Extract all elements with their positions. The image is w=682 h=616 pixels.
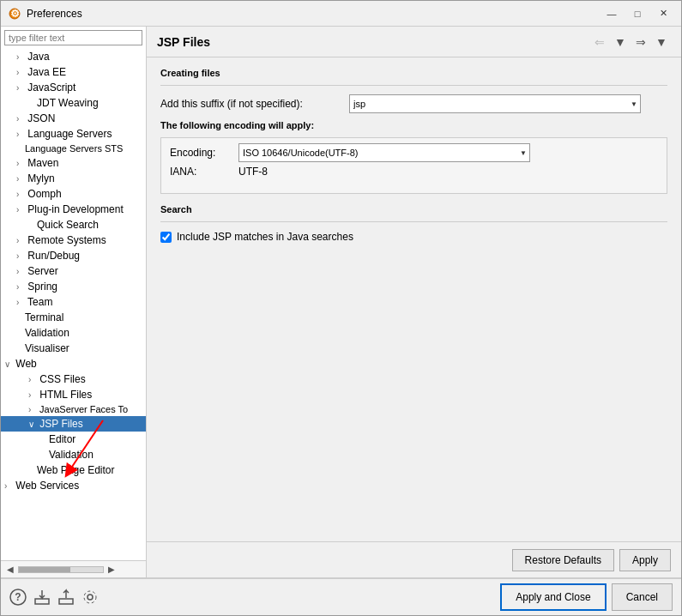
sidebar-item-web[interactable]: ∨ Web [1,356,146,371]
svg-point-6 [88,595,93,600]
nav-menu-btn[interactable]: ▼ [652,33,671,51]
suffix-select[interactable]: jsp jspx [349,94,641,113]
iana-label: IANA: [170,166,238,178]
sidebar-item-web-page-editor[interactable]: Web Page Editor [1,462,146,478]
suffix-row: Add this suffix (if not specified): jsp … [160,94,667,113]
settings-icon[interactable] [81,589,99,606]
filter-input[interactable] [4,30,142,45]
sidebar-item-javaserver-faces[interactable]: › JavaServer Faces To [1,402,146,416]
apply-and-close-button[interactable]: Apply and Close [500,583,606,611]
encoding-row: Encoding: ISO 10646/Unicode(UTF-8) UTF-8… [170,143,658,162]
search-section: Search Include JSP matches in Java searc… [160,204,667,243]
sidebar-item-web-services[interactable]: › Web Services [1,478,146,493]
encoding-select-wrapper: ISO 10646/Unicode(UTF-8) UTF-8 ISO-8859-… [238,143,530,162]
sidebar-item-remote-systems[interactable]: › Remote Systems [1,233,146,248]
sidebar-item-jsp-files[interactable]: ∨ JSP Files [1,416,146,432]
preferences-window: ⚙ Preferences — □ ✕ › Java › Java EE › J… [0,0,682,616]
footer-right: Apply and Close Cancel [500,583,673,611]
sidebar-bottom: ◀ ▶ [1,560,146,577]
encoding-label: Encoding: [170,147,238,159]
restore-defaults-button[interactable]: Restore Defaults [512,549,614,571]
encoding-section-title: The following encoding will apply: [160,120,667,130]
svg-rect-5 [59,599,73,604]
sidebar-item-javascript[interactable]: › JavaScript [1,80,146,95]
svg-point-7 [84,591,96,603]
sidebar-scrollbar[interactable] [18,566,104,573]
sidebar-filter-area [1,27,146,49]
sidebar-item-visualiser[interactable]: Visualiser [1,341,146,356]
help-icon[interactable]: ? [9,589,27,606]
forward-button[interactable]: ⇒ [631,33,650,51]
maximize-button[interactable]: □ [626,5,649,22]
sidebar-item-plug-in[interactable]: › Plug-in Development [1,202,146,217]
page-title: JSP Files [157,35,590,49]
sidebar-item-html-files[interactable]: › HTML Files [1,387,146,402]
sidebar-item-server[interactable]: › Server [1,263,146,279]
sidebar-item-editor[interactable]: Editor [1,432,146,447]
nav-dropdown-btn[interactable]: ▼ [611,33,630,51]
sidebar-item-terminal[interactable]: Terminal [1,310,146,325]
nav-buttons: ⇐ ▼ ⇒ ▼ [590,33,671,51]
app-icon: ⚙ [8,7,21,21]
sidebar: › Java › Java EE › JavaScript JDT Weavin… [1,27,147,577]
back-button[interactable]: ⇐ [590,33,609,51]
iana-value: UTF-8 [238,166,268,178]
search-title: Search [160,204,667,214]
sidebar-item-quick-search[interactable]: Quick Search [1,217,146,233]
bottom-bar: Restore Defaults Apply [147,541,681,577]
sidebar-item-mylyn[interactable]: › Mylyn [1,171,146,186]
close-button[interactable]: ✕ [652,5,674,22]
scroll-left-btn[interactable]: ◀ [4,565,16,574]
export-icon[interactable] [33,589,51,606]
jsp-checkbox[interactable] [160,232,172,243]
creating-files-title: Creating files [160,68,667,78]
sidebar-item-language-servers-sts[interactable]: Language Servers STS [1,142,146,155]
sidebar-item-team[interactable]: › Team [1,294,146,310]
sidebar-item-validation-sub[interactable]: Validation [1,447,146,462]
sidebar-item-java-ee[interactable]: › Java EE [1,64,146,80]
encoding-section: The following encoding will apply: Encod… [160,120,667,194]
sidebar-item-spring[interactable]: › Spring [1,279,146,294]
iana-row: IANA: UTF-8 [170,166,658,178]
footer: ? [1,577,681,615]
sidebar-item-jdt-weaving[interactable]: JDT Weaving [1,95,146,111]
sidebar-item-maven[interactable]: › Maven [1,155,146,171]
footer-left: ? [9,589,99,606]
sidebar-item-oomph[interactable]: › Oomph [1,186,146,202]
svg-rect-4 [35,599,49,604]
creating-files-section: Creating files Add this suffix (if not s… [160,68,667,113]
cancel-button[interactable]: Cancel [612,583,673,611]
content-area: › Java › Java EE › JavaScript JDT Weavin… [1,27,681,577]
checkbox-row: Include JSP matches in Java searches [160,231,667,243]
main-content: Creating files Add this suffix (if not s… [147,57,681,541]
title-bar-text: Preferences [27,8,601,20]
title-bar: ⚙ Preferences — □ ✕ [1,1,681,27]
main-panel: JSP Files ⇐ ▼ ⇒ ▼ Creating files Add thi… [147,27,681,577]
svg-text:⚙: ⚙ [10,8,20,20]
checkbox-label[interactable]: Include JSP matches in Java searches [177,231,353,243]
encoding-box: Encoding: ISO 10646/Unicode(UTF-8) UTF-8… [160,137,667,194]
encoding-select[interactable]: ISO 10646/Unicode(UTF-8) UTF-8 ISO-8859-… [238,143,530,162]
scroll-right-btn[interactable]: ▶ [106,565,118,574]
svg-text:?: ? [15,591,21,603]
sidebar-item-validation[interactable]: Validation [1,325,146,341]
suffix-label: Add this suffix (if not specified): [160,98,349,110]
title-bar-controls: — □ ✕ [601,5,674,22]
sidebar-item-css-files[interactable]: › CSS Files [1,371,146,387]
main-header: JSP Files ⇐ ▼ ⇒ ▼ [147,27,681,57]
suffix-select-wrapper: jsp jspx [349,94,641,113]
sidebar-item-language-servers[interactable]: › Language Servers [1,126,146,142]
apply-button[interactable]: Apply [619,549,671,571]
sidebar-tree: › Java › Java EE › JavaScript JDT Weavin… [1,49,146,560]
import-icon[interactable] [57,589,75,606]
sidebar-item-java[interactable]: › Java [1,49,146,64]
sidebar-item-json[interactable]: › JSON [1,111,146,126]
sidebar-item-run-debug[interactable]: › Run/Debug [1,248,146,263]
minimize-button[interactable]: — [601,5,623,22]
